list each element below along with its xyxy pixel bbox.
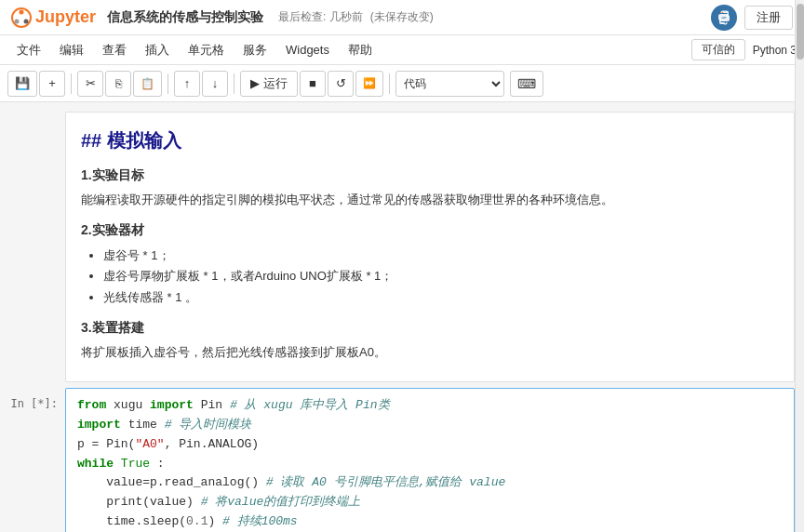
material-item-2: 光线传感器 * 1 。 [103, 288, 779, 308]
section3-title: 3.装置搭建 [81, 317, 779, 338]
menu-help[interactable]: 帮助 [339, 38, 382, 62]
menu-services[interactable]: 服务 [234, 38, 276, 62]
markdown-cell-container: ## 模拟输入 1.实验目标 能编程读取开源硬件的指定引脚的模拟电平状态，通过常… [0, 112, 804, 382]
section3-text: 将扩展板插入虚谷号，然后把光线传感器接到扩展板A0。 [81, 343, 779, 363]
cell-type-select[interactable]: 代码 Markdown Raw NBConvert [395, 71, 504, 97]
material-item-1: 虚谷号厚物扩展板 * 1，或者Arduino UNO扩展板 * 1； [103, 267, 779, 286]
markdown-cell-body: ## 模拟输入 1.实验目标 能编程读取开源硬件的指定引脚的模拟电平状态，通过常… [65, 112, 795, 382]
var-sleep: time.sleep( [77, 514, 186, 528]
jupyter-logo-icon [11, 7, 32, 28]
fast-forward-button[interactable]: ⏩ [355, 71, 383, 97]
cut-button[interactable]: ✂ [77, 71, 103, 97]
var-colon: : [157, 457, 165, 471]
menu-cell[interactable]: 单元格 [179, 38, 234, 62]
save-button[interactable]: 💾 [7, 71, 37, 97]
paste-button[interactable]: 📋 [133, 71, 162, 97]
cm-4: # 将value的值打印到终端上 [201, 495, 361, 509]
keyboard-icon: ⌨ [517, 76, 536, 91]
trusted-button[interactable]: 可信的 [691, 39, 745, 60]
run-icon: ▶ [250, 76, 260, 90]
toolbar-separator-1 [71, 73, 72, 94]
var-sleep-close: ) [208, 514, 222, 528]
scrollbar[interactable] [795, 0, 804, 532]
md-heading: ## 模拟输入 [81, 126, 779, 155]
copy-button[interactable]: ⎘ [105, 71, 131, 97]
code-line-4: while True : [77, 455, 783, 474]
unsaved-label: (未保存改变) [370, 9, 434, 25]
var-pin: Pin [201, 398, 230, 412]
code-line-2: import time # 导入时间模块 [77, 416, 783, 435]
arrow-down-icon: ↓ [212, 76, 219, 90]
code-line-6: print(value) # 将value的值打印到终端上 [77, 493, 783, 512]
svg-point-3 [24, 19, 29, 23]
move-down-button[interactable]: ↓ [202, 71, 228, 97]
var-time: time [128, 418, 165, 432]
num-01: 0.1 [186, 514, 208, 528]
toolbar: 💾 + ✂ ⎘ 📋 ↑ ↓ ▶ 运行 ■ ↺ ⏩ 代码 Markdown Raw… [0, 65, 804, 102]
cn-true: True [121, 457, 150, 471]
str-a0: "A0" [135, 437, 164, 451]
top-bar: Jupyter 信息系统的传感与控制实验 最后检查: 几秒前 (未保存改变) 注… [0, 0, 804, 35]
kw-import2: import [77, 418, 121, 432]
restart-icon: ↺ [336, 76, 346, 90]
kw-while: while [77, 457, 114, 471]
code-line-1: from xugu import Pin # 从 xugu 库中导入 Pin类 [77, 396, 783, 416]
run-label: 运行 [263, 75, 288, 92]
markdown-cell: ## 模拟输入 1.实验目标 能编程读取开源硬件的指定引脚的模拟电平状态，通过常… [65, 112, 795, 382]
menu-file[interactable]: 文件 [7, 38, 50, 62]
section2-title: 2.实验器材 [81, 219, 779, 240]
code-cell-container: In [*]: from xugu import Pin # 从 xugu 库中… [0, 388, 804, 532]
menu-items: 文件 编辑 查看 插入 单元格 服务 Widgets 帮助 [7, 38, 382, 62]
var-pin-analog: , Pin.ANALOG) [165, 437, 259, 451]
menu-widgets[interactable]: Widgets [276, 39, 339, 60]
cm-1: # 从 xugu 库中导入 Pin类 [230, 398, 390, 412]
arrow-up-icon: ↑ [184, 76, 191, 90]
cm-2: # 导入时间模块 [165, 418, 252, 432]
top-bar-right: 注册 [711, 5, 793, 31]
add-cell-button[interactable]: + [39, 71, 65, 97]
toolbar-separator-3 [234, 73, 234, 94]
top-bar-left: Jupyter 信息系统的传感与控制实验 最后检查: 几秒前 (未保存改变) [11, 7, 434, 28]
var-print: print(value) [77, 495, 201, 509]
menu-bar: 文件 编辑 查看 插入 单元格 服务 Widgets 帮助 可信的 Python… [0, 35, 804, 65]
var-xugu: xugu [114, 398, 150, 412]
toolbar-separator-4 [389, 73, 390, 94]
python-icon [711, 5, 737, 31]
cm-5: # 持续100ms [222, 514, 298, 528]
svg-point-4 [722, 11, 724, 13]
paste-icon: 📋 [141, 77, 154, 90]
menu-view[interactable]: 查看 [93, 38, 136, 62]
menu-edit[interactable]: 编辑 [50, 38, 93, 62]
material-item-0: 虚谷号 * 1； [103, 246, 779, 266]
notebook-title: 信息系统的传感与控制实验 [107, 9, 263, 26]
code-cell[interactable]: from xugu import Pin # 从 xugu 库中导入 Pin类 … [65, 388, 795, 532]
kernel-info: Python 3 [753, 44, 797, 57]
notebook-area: ## 模拟输入 1.实验目标 能编程读取开源硬件的指定引脚的模拟电平状态，通过常… [0, 102, 804, 532]
add-icon: + [48, 76, 56, 90]
save-icon: 💾 [15, 76, 30, 90]
materials-list: 虚谷号 * 1； 虚谷号厚物扩展板 * 1，或者Arduino UNO扩展板 *… [103, 246, 779, 308]
keyboard-button[interactable]: ⌨ [510, 71, 543, 97]
kw-import: import [150, 398, 194, 412]
restart-button[interactable]: ↺ [328, 71, 354, 97]
python-logo-icon [716, 9, 732, 26]
section1-title: 1.实验目标 [81, 165, 779, 185]
menu-insert[interactable]: 插入 [136, 38, 179, 62]
register-button[interactable]: 注册 [744, 6, 793, 30]
menu-bar-right: 可信的 Python 3 [691, 39, 797, 60]
run-button[interactable]: ▶ 运行 [240, 71, 298, 97]
code-line-7: time.sleep(0.1) # 持续100ms [77, 512, 783, 532]
scroll-thumb[interactable] [797, 4, 804, 60]
code-line-5: value=p.read_analog() # 读取 A0 号引脚电平信息,赋值… [77, 473, 783, 493]
move-up-button[interactable]: ↑ [174, 71, 200, 97]
code-cell-body: from xugu import Pin # 从 xugu 库中导入 Pin类 … [65, 388, 795, 532]
kw-from: from [77, 398, 106, 412]
section1-text: 能编程读取开源硬件的指定引脚的模拟电平状态，通过常见的传感器获取物理世界的各种环… [81, 191, 779, 210]
toolbar-separator-2 [168, 73, 168, 94]
app-name: Jupyter [35, 7, 96, 27]
code-cell-label: In [*]: [0, 388, 65, 532]
scissors-icon: ✂ [86, 76, 96, 90]
code-line-3: p = Pin("A0", Pin.ANALOG) [77, 435, 783, 455]
cm-3: # 读取 A0 号引脚电平信息,赋值给 value [266, 475, 505, 489]
stop-button[interactable]: ■ [300, 71, 326, 97]
